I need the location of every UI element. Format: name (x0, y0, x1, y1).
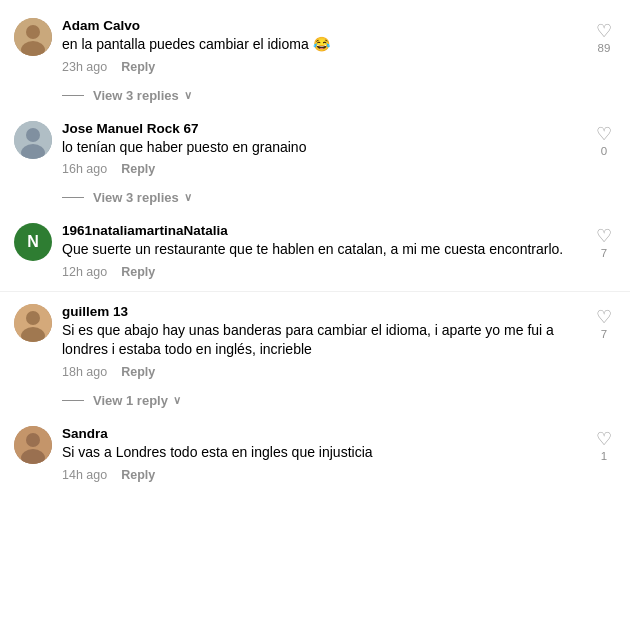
comment-text: lo tenían que haber puesto en granaino (62, 138, 582, 158)
replies-line-decorator (62, 400, 84, 401)
replies-line-decorator (62, 95, 84, 96)
chevron-down-icon: ∨ (173, 394, 181, 407)
replies-line-decorator (62, 197, 84, 198)
comment-body: SandraSi vas a Londres todo esta en ingl… (62, 426, 582, 482)
comment-item: guillem 13Si es que abajo hay unas bande… (0, 294, 630, 389)
comment-item: Jose Manuel Rock 67lo tenían que haber p… (0, 111, 630, 187)
reply-button[interactable]: Reply (121, 162, 155, 176)
comment-body: Adam Calvoen la pantalla puedes cambiar … (62, 18, 582, 74)
like-count: 7 (601, 247, 607, 259)
like-count: 89 (598, 42, 611, 54)
comment-item: Adam Calvoen la pantalla puedes cambiar … (0, 8, 630, 84)
comment-meta: 16h agoReply (62, 162, 582, 176)
view-replies-label: View 1 reply (93, 393, 168, 408)
reply-button[interactable]: Reply (121, 265, 155, 279)
heart-icon[interactable]: ♡ (596, 308, 612, 326)
like-count: 0 (601, 145, 607, 157)
svg-point-1 (26, 25, 40, 39)
reply-button[interactable]: Reply (121, 468, 155, 482)
view-replies-button[interactable]: View 3 replies ∨ (0, 84, 630, 111)
view-replies-button[interactable]: View 1 reply ∨ (0, 389, 630, 416)
comment-item: N1961nataliamartinaNataliaQue suerte un … (0, 213, 630, 289)
comment-item: SandraSi vas a Londres todo esta en ingl… (0, 416, 630, 492)
comment-list: Adam Calvoen la pantalla puedes cambiar … (0, 0, 630, 500)
comment-meta: 12h agoReply (62, 265, 582, 279)
like-area: ♡89 (592, 18, 616, 54)
like-count: 7 (601, 328, 607, 340)
chevron-down-icon: ∨ (184, 89, 192, 102)
comment-body: 1961nataliamartinaNataliaQue suerte un r… (62, 223, 582, 279)
reply-button[interactable]: Reply (121, 365, 155, 379)
heart-icon[interactable]: ♡ (596, 125, 612, 143)
comment-body: Jose Manuel Rock 67lo tenían que haber p… (62, 121, 582, 177)
comment-body: guillem 13Si es que abajo hay unas bande… (62, 304, 582, 379)
comment-time: 14h ago (62, 468, 107, 482)
comment-username: Jose Manuel Rock 67 (62, 121, 582, 136)
comment-time: 18h ago (62, 365, 107, 379)
avatar[interactable]: N (14, 223, 52, 261)
comment-text: Si es que abajo hay unas banderas para c… (62, 321, 582, 360)
avatar[interactable] (14, 426, 52, 464)
avatar[interactable] (14, 304, 52, 342)
comment-username: guillem 13 (62, 304, 582, 319)
avatar[interactable] (14, 121, 52, 159)
view-replies-label: View 3 replies (93, 88, 179, 103)
svg-point-10 (26, 433, 40, 447)
comment-meta: 18h agoReply (62, 365, 582, 379)
like-area: ♡7 (592, 223, 616, 259)
comment-meta: 14h agoReply (62, 468, 582, 482)
view-replies-button[interactable]: View 3 replies ∨ (0, 186, 630, 213)
heart-icon[interactable]: ♡ (596, 22, 612, 40)
like-count: 1 (601, 450, 607, 462)
comment-meta: 23h agoReply (62, 60, 582, 74)
svg-point-4 (26, 128, 40, 142)
reply-button[interactable]: Reply (121, 60, 155, 74)
comment-time: 23h ago (62, 60, 107, 74)
comment-divider (0, 291, 630, 292)
comment-username: Sandra (62, 426, 582, 441)
comment-text: Si vas a Londres todo esta en ingles que… (62, 443, 582, 463)
comment-text: en la pantalla puedes cambiar el idioma … (62, 35, 582, 55)
like-area: ♡1 (592, 426, 616, 462)
comment-text: Que suerte un restaurante que te hablen … (62, 240, 582, 260)
chevron-down-icon: ∨ (184, 191, 192, 204)
comment-username: Adam Calvo (62, 18, 582, 33)
avatar[interactable] (14, 18, 52, 56)
like-area: ♡0 (592, 121, 616, 157)
heart-icon[interactable]: ♡ (596, 227, 612, 245)
comment-username: 1961nataliamartinaNatalia (62, 223, 582, 238)
like-area: ♡7 (592, 304, 616, 340)
comment-time: 16h ago (62, 162, 107, 176)
svg-point-7 (26, 311, 40, 325)
comment-time: 12h ago (62, 265, 107, 279)
heart-icon[interactable]: ♡ (596, 430, 612, 448)
view-replies-label: View 3 replies (93, 190, 179, 205)
